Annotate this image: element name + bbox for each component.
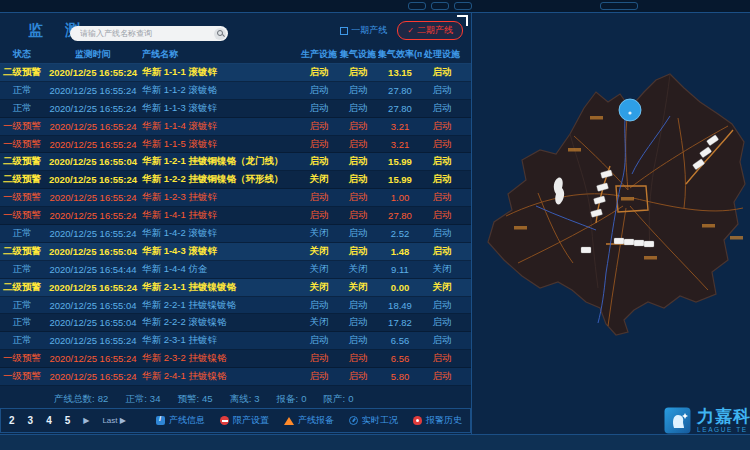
cell-status: 正常 [0,316,44,329]
page-number[interactable]: 4 [46,415,52,426]
cell-gas: 关闭 [338,263,378,276]
action-label: 报警历史 [426,414,462,427]
cell-status: 一级预警 [0,370,44,383]
stat-label: 预警: [177,393,199,406]
info-icon [156,416,165,425]
table-row[interactable]: 一级预警2020/12/25 16:55:24华新 2-4-1 挂镀镍铬启动启动… [0,368,471,386]
table-row[interactable]: 正常2020/12/25 16:55:24华新 1-4-2 滚镀锌关闭启动2.5… [0,225,471,243]
cell-eff: 15.99 [378,156,422,167]
filter-phase2-label: 二期产线 [417,24,453,37]
cell-gas: 启动 [338,138,378,151]
action-limit[interactable]: 限产设置 [220,414,269,427]
bottom-strip [0,434,750,450]
cell-gas: 启动 [338,66,378,79]
column-header: 集气效率(m³/s) [378,48,422,61]
cell-status: 正常 [0,84,44,97]
action-report-triangle[interactable]: 产线报备 [284,414,334,427]
cell-time: 2020/12/25 16:55:24 [44,174,142,185]
table-row[interactable]: 正常2020/12/25 16:54:44华新 1-4-4 仿金关闭关闭9.11… [0,261,471,279]
cell-treat: 启动 [422,84,462,97]
action-realtime-gauge[interactable]: 实时工况 [349,414,398,427]
filter-phase1[interactable]: 一期产线 [340,24,387,37]
limit-icon [220,416,229,425]
page-number[interactable]: 5 [65,415,71,426]
table-row[interactable]: 二级预警2020/12/25 16:55:24华新 2-1-1 挂镀镍镀铬关闭关… [0,279,471,297]
next-page-button[interactable]: ▶ [83,416,89,425]
table-row[interactable]: 正常2020/12/25 16:55:24华新 1-1-3 滚镀锌启动启动27.… [0,100,471,118]
top-strip [0,0,750,13]
last-page-button[interactable]: Last ▶ [102,416,126,425]
cell-status: 正常 [0,102,44,115]
cell-gas: 启动 [338,191,378,204]
cell-time: 2020/12/25 16:55:24 [44,103,142,114]
table-row[interactable]: 二级预警2020/12/25 16:55:24华新 1-1-1 滚镀锌启动启动1… [0,64,471,82]
cell-treat: 启动 [422,245,462,258]
stat-item: 正常:34 [125,393,160,406]
cell-eff: 3.21 [378,121,422,132]
logo-name: 力嘉科技 [697,408,750,425]
table-row[interactable]: 正常2020/12/25 16:55:04华新 2-2-2 滚镀镍铬关闭启动17… [0,314,471,332]
cell-status: 正常 [0,227,44,240]
cell-status: 一级预警 [0,191,44,204]
search-input[interactable] [70,29,214,38]
column-header: 生产设施 [300,48,338,61]
cell-prod: 启动 [300,191,338,204]
cell-prod: 关闭 [300,281,338,294]
table-row[interactable]: 正常2020/12/25 16:55:24华新 1-1-2 滚镀铬启动启动27.… [0,82,471,100]
table-row[interactable]: 二级预警2020/12/25 16:55:04华新 1-4-3 滚镀锌关闭启动1… [0,243,471,261]
table-row[interactable]: 一级预警2020/12/25 16:55:24华新 1-1-4 滚镀锌启动启动3… [0,118,471,136]
cell-treat: 启动 [422,209,462,222]
table-row[interactable]: 一级预警2020/12/25 16:55:24华新 1-1-5 滚镀锌启动启动3… [0,136,471,154]
search-icon[interactable] [214,28,226,40]
cell-status: 一级预警 [0,352,44,365]
cell-gas: 启动 [338,209,378,222]
stat-item: 产线总数:82 [54,393,108,406]
district-map[interactable] [478,58,750,343]
monitoring-dashboard: 监 测 一期产线 ✓ 二期产线 状态监测时间产线名称生产设施集气设施集气效率(m… [0,0,750,450]
action-alarm-bell[interactable]: 报警历史 [413,414,462,427]
cell-name: 华新 1-4-1 挂镀锌 [142,209,300,222]
cell-treat: 启动 [422,299,462,312]
cell-time: 2020/12/25 16:55:24 [44,139,142,150]
checkbox-icon[interactable] [340,27,348,35]
table-header-row: 状态监测时间产线名称生产设施集气设施集气效率(m³/s)处理设施 [0,46,471,64]
page-number[interactable]: 2 [9,415,15,426]
top-tab[interactable] [408,2,426,10]
stat-item: 离线:3 [230,393,260,406]
table-row[interactable]: 一级预警2020/12/25 16:55:24华新 2-3-2 挂镀镍铬启动启动… [0,350,471,368]
table-row[interactable]: 二级预警2020/12/25 16:55:04华新 1-2-1 挂镀铜镍铬（龙门… [0,153,471,171]
cell-name: 华新 1-1-1 滚镀锌 [142,66,300,79]
table-row[interactable]: 正常2020/12/25 16:55:24华新 2-3-1 挂镀锌启动启动6.5… [0,332,471,350]
cell-time: 2020/12/25 16:55:04 [44,246,142,257]
action-info[interactable]: 产线信息 [156,414,205,427]
cell-name: 华新 2-3-2 挂镀镍铬 [142,352,300,365]
table-row[interactable]: 一级预警2020/12/25 16:55:24华新 1-2-3 挂镀锌启动启动1… [0,189,471,207]
cell-time: 2020/12/25 16:55:24 [44,67,142,78]
cell-gas: 启动 [338,227,378,240]
cell-prod: 启动 [300,370,338,383]
logo-subtitle: LEAGUE TE [697,427,750,434]
cell-eff: 9.11 [378,264,422,275]
filter-phase2-button[interactable]: ✓ 二期产线 [397,21,463,40]
column-header: 监测时间 [44,48,142,61]
cell-name: 华新 2-2-1 挂镀镍镀铬 [142,299,300,312]
column-header: 集气设施 [338,48,378,61]
table-row[interactable]: 一级预警2020/12/25 16:55:24华新 1-4-1 挂镀锌启动启动2… [0,207,471,225]
top-tab[interactable] [431,2,449,10]
cell-treat: 启动 [422,370,462,383]
action-label: 实时工况 [362,414,398,427]
cell-name: 华新 1-1-4 滚镀锌 [142,120,300,133]
map-marker[interactable] [619,99,641,121]
page-number[interactable]: 3 [28,415,34,426]
cell-treat: 关闭 [422,263,462,276]
top-tab[interactable] [600,2,638,10]
table-row[interactable]: 正常2020/12/25 16:55:04华新 2-2-1 挂镀镍镀铬启动启动1… [0,297,471,315]
cell-status: 正常 [0,263,44,276]
cell-treat: 启动 [422,352,462,365]
cell-prod: 启动 [300,155,338,168]
top-tab[interactable] [454,2,472,10]
cell-status: 二级预警 [0,155,44,168]
cell-name: 华新 1-4-4 仿金 [142,263,300,276]
cell-time: 2020/12/25 16:55:24 [44,353,142,364]
table-row[interactable]: 二级预警2020/12/25 16:55:24华新 1-2-2 挂镀铜镍铬（环形… [0,171,471,189]
